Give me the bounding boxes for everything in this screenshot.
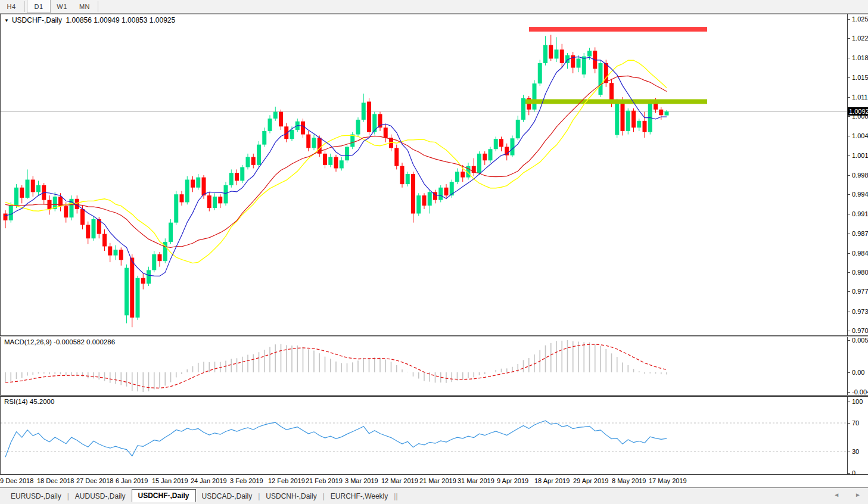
price-axis-label: 1.01870 xyxy=(852,54,868,61)
time-axis-label: 12 Mar 2019 xyxy=(381,477,418,484)
price-axis-label: 0.98420 xyxy=(852,250,868,257)
rsi-label: RSI(14) xyxy=(4,398,28,405)
time-axis-label: 6 Jan 2019 xyxy=(116,477,148,484)
price-axis-tick xyxy=(848,194,850,195)
tab-usdcnh-daily[interactable]: USDCNH-,Daily xyxy=(260,490,322,503)
main-chart-panel: ▼USDCHF-,Daily 1.00856 1.00949 1.00853 1… xyxy=(0,14,868,336)
resistance-line[interactable] xyxy=(529,27,707,32)
price-axis-label: 1.00490 xyxy=(852,132,868,139)
tab-usdcad-daily[interactable]: USDCAD-,Daily xyxy=(196,490,259,503)
current-price-tag: 1.00925 xyxy=(848,107,868,116)
rsi-axis-tick xyxy=(848,402,850,402)
time-axis-label: 12 Feb 2019 xyxy=(268,477,305,484)
macd-label: MACD(12,26,9) xyxy=(4,338,52,346)
tab-separator: | xyxy=(396,492,397,500)
price-axis-tick xyxy=(848,136,850,136)
time-axis-label: 8 May 2019 xyxy=(612,477,646,484)
price-axis-tick xyxy=(848,19,850,20)
price-axis-tick xyxy=(848,97,850,98)
macd-signal-value: 0.000286 xyxy=(86,338,115,346)
price-axis-label: 0.98080 xyxy=(852,269,868,276)
price-axis-label: 1.00150 xyxy=(852,152,868,159)
legend-symbol: USDCHF-,Daily xyxy=(12,16,62,24)
price-axis-tick xyxy=(848,77,850,78)
rsi-value: 45.2000 xyxy=(30,398,55,405)
time-axis-label: 31 Mar 2019 xyxy=(458,477,494,484)
time-axis-label: 15 Jan 2019 xyxy=(152,477,188,484)
time-axis-label: 17 May 2019 xyxy=(649,477,687,484)
macd-axis-tick xyxy=(848,392,850,393)
time-axis[interactable]: 9 Dec 201818 Dec 201827 Dec 20186 Jan 20… xyxy=(0,475,868,487)
rsi-axis-label: 70 xyxy=(852,419,859,427)
toolbar-separator xyxy=(24,1,25,12)
price-axis-label: 1.02220 xyxy=(852,35,868,42)
legend-close: 1.00925 xyxy=(150,16,175,24)
legend-open: 1.00856 xyxy=(66,16,92,24)
support-line[interactable] xyxy=(525,99,707,104)
macd-axis-label: 0.00597 xyxy=(852,337,868,344)
macd-axis-tick xyxy=(848,340,850,341)
tab-scroll-nav: ◄► xyxy=(833,491,861,498)
tab-eurusd-daily[interactable]: EURUSD-,Daily xyxy=(5,490,67,503)
chart-legend: ▼USDCHF-,Daily 1.00856 1.00949 1.00853 1… xyxy=(4,16,175,24)
price-axis-tick xyxy=(848,312,850,312)
price-axis-tick xyxy=(848,253,850,254)
time-axis-label: 21 Feb 2019 xyxy=(306,477,343,484)
tab-scroll-left-icon[interactable]: ◄ xyxy=(833,491,839,498)
time-axis-label: 9 Dec 2018 xyxy=(0,477,33,484)
candles-layer xyxy=(4,35,669,328)
price-axis-label: 0.97390 xyxy=(852,308,868,315)
time-axis-label: 3 Mar 2019 xyxy=(345,477,378,484)
macd-histogram xyxy=(5,340,667,392)
toolbar-separator xyxy=(98,1,98,12)
price-axis[interactable]: 1.025601.022201.018701.015301.011801.008… xyxy=(848,14,868,335)
macd-axis-label: -0.00424 xyxy=(852,388,868,396)
rsi-axis-label: 30 xyxy=(852,448,859,455)
time-axis-label: 21 Mar 2019 xyxy=(419,477,456,484)
mt4-chart-window: H4D1W1MN ▼USDCHF-,Daily 1.00856 1.00949 … xyxy=(0,0,868,504)
price-axis-tick xyxy=(848,38,850,39)
price-axis-tick xyxy=(848,214,850,214)
rsi-axis-tick xyxy=(848,452,850,452)
timeframe-button-w1[interactable]: W1 xyxy=(51,0,73,13)
tab-scroll-right-icon[interactable]: ► xyxy=(855,491,861,498)
legend-high: 1.00949 xyxy=(94,16,119,24)
price-axis-tick xyxy=(848,272,850,273)
time-axis-label: 3 Feb 2019 xyxy=(230,477,263,484)
price-axis-label: 0.99800 xyxy=(852,172,868,179)
price-axis-tick xyxy=(848,155,850,156)
timeframe-button-h4[interactable]: H4 xyxy=(0,0,23,13)
macd-axis[interactable]: 0.005970.00-0.00424 xyxy=(848,337,868,395)
price-chart-svg[interactable] xyxy=(1,14,847,335)
macd-legend: MACD(12,26,9) -0.000582 0.000286 xyxy=(4,338,115,346)
time-axis-label: 27 Dec 2018 xyxy=(76,477,113,484)
macd-panel: MACD(12,26,9) -0.000582 0.000286 0.00597… xyxy=(0,337,868,396)
rsi-axis-tick xyxy=(848,473,850,474)
rsi-legend: RSI(14) 45.2000 xyxy=(4,398,54,405)
price-axis-label: 0.97050 xyxy=(852,327,868,334)
time-axis-label: 18 Apr 2019 xyxy=(534,477,570,484)
tab-usdchf-daily[interactable]: USDCHF-,Daily xyxy=(132,489,196,502)
chart-tab-bar: EURUSD-,Daily|AUDUSD-,DailyUSDCHF-,Daily… xyxy=(0,487,868,504)
tab-eurchf-weekly[interactable]: EURCHF-,Weekly xyxy=(325,490,394,503)
price-axis-label: 0.97740 xyxy=(852,288,868,295)
time-axis-label: 18 Dec 2018 xyxy=(37,477,74,484)
macd-axis-label: 0.00 xyxy=(852,369,864,376)
symbol-dropdown-icon[interactable]: ▼ xyxy=(4,18,9,23)
price-axis-label: 0.98770 xyxy=(852,230,868,237)
macd-value: -0.000582 xyxy=(54,338,85,346)
price-axis-tick xyxy=(848,58,850,58)
macd-axis-tick xyxy=(848,372,850,373)
price-axis-tick xyxy=(848,291,850,292)
rsi-axis[interactable]: 10070300 xyxy=(848,397,868,474)
price-axis-label: 1.01180 xyxy=(852,94,868,101)
macd-chart-svg[interactable] xyxy=(1,337,847,395)
price-axis-tick xyxy=(848,234,850,234)
tab-audusd-daily[interactable]: AUDUSD-,Daily xyxy=(69,490,132,503)
timeframe-button-mn[interactable]: MN xyxy=(73,0,96,13)
rsi-axis-tick xyxy=(848,423,850,424)
timeframe-button-d1[interactable]: D1 xyxy=(27,0,51,13)
rsi-chart-svg[interactable] xyxy=(1,397,847,474)
price-axis-tick xyxy=(848,175,850,176)
time-axis-label: 9 Apr 2019 xyxy=(497,477,528,484)
